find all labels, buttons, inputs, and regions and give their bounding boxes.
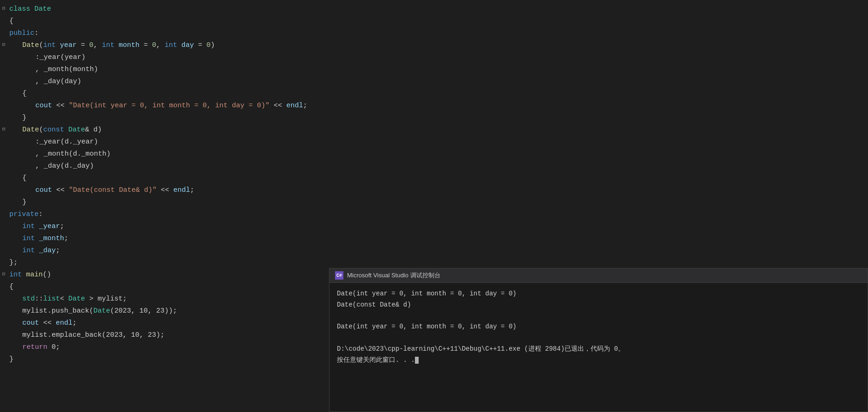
token-class-name: Date xyxy=(34,5,51,13)
token-cout-kw: cout xyxy=(35,186,52,194)
token-kw-int: int xyxy=(22,222,35,230)
code-line: { xyxy=(0,89,868,101)
token-number-lit: 0 xyxy=(152,41,156,49)
token-string-lit: "Date(const Date& d)" xyxy=(69,186,157,194)
fold-indicator[interactable]: ⊟ xyxy=(0,5,7,11)
token-punctuation: { xyxy=(22,174,26,182)
debug-output-line: 按任意键关闭此窗口. . . xyxy=(337,355,860,366)
token-plain: , xyxy=(156,41,164,49)
token-fn-name: main xyxy=(26,271,43,279)
token-class-name: Date xyxy=(68,295,85,303)
token-plain: = xyxy=(77,41,89,49)
token-plain: :_year(d._year) xyxy=(35,138,98,146)
code-content: }; xyxy=(7,259,868,267)
token-member-name: _day xyxy=(39,247,56,255)
code-content: Date(int year = 0, int month = 0, int da… xyxy=(20,41,868,49)
token-member-name: _year xyxy=(39,222,60,230)
cursor xyxy=(415,357,419,364)
token-class-name: Date xyxy=(68,126,85,134)
debug-console-titlebar: C# Microsoft Visual Studio 调试控制台 xyxy=(329,268,868,283)
code-line: , _month(month) xyxy=(0,65,868,77)
fold-indicator[interactable]: ⊟ xyxy=(0,271,7,277)
token-plain xyxy=(30,5,34,13)
token-punctuation: { xyxy=(9,283,13,291)
token-plain xyxy=(35,222,39,230)
token-punctuation: ; xyxy=(72,319,77,327)
debug-console[interactable]: C# Microsoft Visual Studio 调试控制台 Date(in… xyxy=(329,268,868,412)
token-punctuation: } xyxy=(22,114,26,122)
token-plain xyxy=(35,247,39,255)
token-punctuation: ) xyxy=(210,41,215,49)
token-kw-class: class xyxy=(9,5,30,13)
code-line: ⊟Date(const Date& d) xyxy=(0,125,868,137)
code-content: private: xyxy=(7,210,868,218)
debug-output-line: Date(int year = 0, int month = 0, int da… xyxy=(337,321,860,333)
code-line: ⊟class Date xyxy=(0,5,868,17)
code-line: cout << "Date(const Date& d)" << endl; xyxy=(0,186,868,198)
debug-output-line xyxy=(337,333,860,344)
token-plain: , _day(day) xyxy=(35,78,81,85)
token-kw-int: int xyxy=(9,271,22,279)
code-content: { xyxy=(20,174,868,182)
code-content: , _month(d._month) xyxy=(33,150,868,158)
token-kw-const: const xyxy=(43,126,64,134)
token-plain: > mylist; xyxy=(85,295,127,303)
token-plain: mylist.push_back( xyxy=(22,307,93,315)
token-punctuation: : xyxy=(34,29,39,37)
token-kw-private: private xyxy=(9,210,39,218)
code-line: { xyxy=(0,174,868,186)
code-content: public: xyxy=(7,29,868,37)
code-line: int _month; xyxy=(0,234,868,246)
token-plain: << xyxy=(270,102,286,110)
code-line: :_year(year) xyxy=(0,53,868,65)
fold-indicator[interactable]: ⊟ xyxy=(0,126,7,132)
token-plain: << xyxy=(39,319,56,327)
code-line: { xyxy=(0,17,868,29)
token-punctuation: ( xyxy=(39,126,43,134)
token-plain xyxy=(114,41,118,49)
fold-indicator[interactable]: ⊟ xyxy=(0,41,7,47)
token-plain: , _day(d._day) xyxy=(35,162,94,170)
token-plain: , _month(d._month) xyxy=(35,150,111,158)
debug-console-icon: C# xyxy=(335,271,343,280)
token-string-lit: "Date(int year = 0, int month = 0, int d… xyxy=(69,102,270,110)
token-plain: < xyxy=(60,295,68,303)
code-line: ⊟Date(int year = 0, int month = 0, int d… xyxy=(0,41,868,53)
token-plain xyxy=(64,126,68,134)
code-line: int _year; xyxy=(0,222,868,234)
token-plain: (2023, 10, 23)); xyxy=(110,307,177,315)
code-content: , _day(d._day) xyxy=(33,162,868,170)
token-punctuation: ; xyxy=(190,186,194,194)
token-fn-name: Date xyxy=(22,41,39,49)
token-plain: , xyxy=(93,41,102,49)
token-plain: = xyxy=(139,41,152,49)
code-content: Date(const Date& d) xyxy=(20,126,868,134)
token-cout-kw: cout xyxy=(35,102,52,110)
token-param-name: day xyxy=(181,41,194,49)
token-punctuation: { xyxy=(22,90,26,98)
code-line: , _day(day) xyxy=(0,77,868,89)
code-content: cout << "Date(const Date& d)" << endl; xyxy=(33,186,868,194)
token-punctuation: ; xyxy=(56,247,60,255)
token-param-name: month xyxy=(118,41,139,49)
token-plain: mylist.emplace_back(2023, 10, 23); xyxy=(22,331,164,339)
code-content: } xyxy=(20,198,868,206)
token-punctuation: } xyxy=(22,198,26,206)
code-content: :_year(year) xyxy=(33,53,868,61)
code-line: } xyxy=(0,113,868,125)
code-line: public: xyxy=(0,29,868,41)
token-kw-int: int xyxy=(164,41,177,49)
token-fn-name: Date xyxy=(22,126,39,134)
code-content: { xyxy=(20,90,868,98)
token-plain: = xyxy=(194,41,206,49)
token-plain: :: xyxy=(35,295,43,303)
token-kw-return: return xyxy=(22,343,47,351)
code-content: :_year(d._year) xyxy=(33,138,868,146)
token-punctuation: }; xyxy=(9,259,18,267)
code-line: cout << "Date(int year = 0, int month = … xyxy=(0,101,868,113)
token-number-lit: 0 xyxy=(206,41,210,49)
token-punctuation: : xyxy=(39,210,43,218)
code-content: , _day(day) xyxy=(33,78,868,85)
code-content: , _month(month) xyxy=(33,65,868,73)
token-kw-int: int xyxy=(102,41,114,49)
